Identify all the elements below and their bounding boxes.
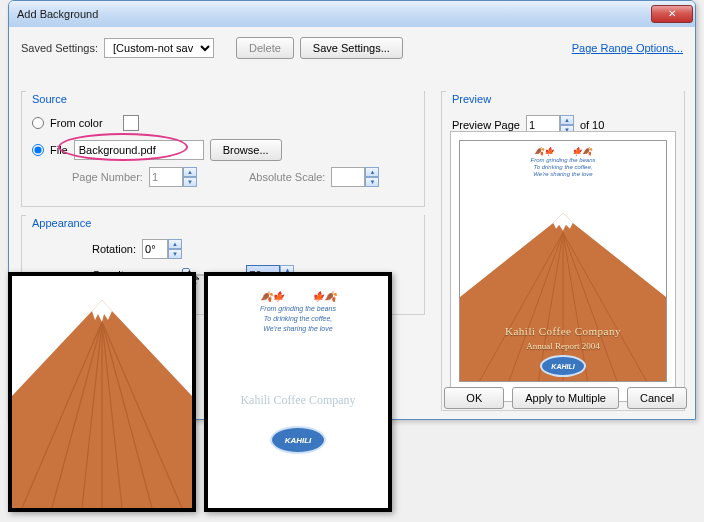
file-label: File bbox=[50, 144, 68, 156]
from-color-label: From color bbox=[50, 117, 103, 129]
spinner-down-icon[interactable]: ▼ bbox=[365, 177, 379, 187]
browse-button[interactable]: Browse... bbox=[210, 139, 282, 161]
tagline3: We're sharing the love bbox=[460, 171, 666, 178]
thumb2-logo: KAHILI bbox=[270, 426, 326, 454]
preview-panel: 🍂🍁 🍁🍂 From grinding the beans To drinkin… bbox=[450, 131, 676, 402]
preview-report: Annual Report 2004 bbox=[460, 341, 666, 351]
delete-button[interactable]: Delete bbox=[236, 37, 294, 59]
kahili-logo: KAHILI bbox=[540, 355, 586, 377]
source-legend: Source bbox=[32, 93, 71, 105]
t2-tag1: From grinding the beans bbox=[208, 304, 388, 314]
rotation-label: Rotation: bbox=[92, 243, 136, 255]
apply-to-multiple-button[interactable]: Apply to Multiple bbox=[512, 387, 619, 409]
file-input[interactable] bbox=[74, 140, 204, 160]
spinner-up-icon[interactable]: ▲ bbox=[365, 167, 379, 177]
rotation-spinner[interactable]: ▲▼ bbox=[142, 239, 182, 259]
preview-of-label: of 10 bbox=[580, 119, 604, 131]
example-thumbnail-foreground: 🍂🍁 🍁🍂 From grinding the beans To drinkin… bbox=[204, 272, 392, 512]
absolute-scale-spinner[interactable]: ▲▼ bbox=[331, 167, 379, 187]
tagline1: From grinding the beans bbox=[460, 157, 666, 164]
spinner-up-icon[interactable]: ▲ bbox=[560, 115, 574, 125]
color-swatch[interactable] bbox=[123, 115, 139, 131]
spinner-up-icon[interactable]: ▲ bbox=[168, 239, 182, 249]
source-fieldset: Source From color File Browse... Page Nu… bbox=[21, 91, 425, 207]
preview-fieldset: Preview Preview Page ▲▼ of 10 🍂🍁 🍁🍂 bbox=[441, 91, 685, 411]
t2-tag3: We're sharing the love bbox=[208, 324, 388, 334]
preview-legend: Preview bbox=[452, 93, 495, 105]
saved-settings-label: Saved Settings: bbox=[21, 42, 98, 54]
from-color-radio[interactable] bbox=[32, 117, 44, 129]
page-number-label: Page Number: bbox=[72, 171, 143, 183]
saved-settings-combo[interactable]: [Custom-not saved] bbox=[104, 38, 214, 58]
page-range-options-link[interactable]: Page Range Options... bbox=[572, 42, 683, 54]
window-title: Add Background bbox=[17, 8, 651, 20]
preview-page-label: Preview Page bbox=[452, 119, 520, 131]
appearance-legend: Appearance bbox=[32, 217, 95, 229]
page-number-spinner[interactable]: ▲▼ bbox=[149, 167, 197, 187]
spinner-up-icon[interactable]: ▲ bbox=[183, 167, 197, 177]
cancel-button[interactable]: Cancel bbox=[627, 387, 687, 409]
t2-tag2: To drinking the coffee, bbox=[208, 314, 388, 324]
absolute-scale-label: Absolute Scale: bbox=[249, 171, 325, 183]
preview-document: 🍂🍁 🍁🍂 From grinding the beans To drinkin… bbox=[459, 140, 667, 382]
example-thumbnail-background bbox=[8, 272, 196, 512]
thumb2-company: Kahili Coffee Company bbox=[208, 393, 388, 408]
save-settings-button[interactable]: Save Settings... bbox=[300, 37, 403, 59]
file-radio[interactable] bbox=[32, 144, 44, 156]
tagline2: To drinking the coffee, bbox=[460, 164, 666, 171]
spinner-down-icon[interactable]: ▼ bbox=[183, 177, 197, 187]
spinner-down-icon[interactable]: ▼ bbox=[168, 249, 182, 259]
preview-company: Kahili Coffee Company bbox=[460, 325, 666, 337]
titlebar: Add Background ✕ bbox=[9, 1, 695, 27]
ok-button[interactable]: OK bbox=[444, 387, 504, 409]
close-button[interactable]: ✕ bbox=[651, 5, 693, 23]
